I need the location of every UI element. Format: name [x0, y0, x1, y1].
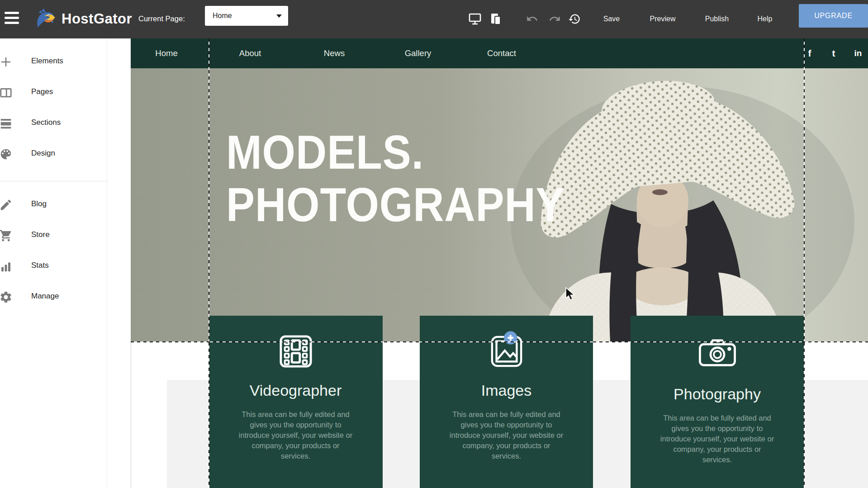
website-builder-screen: HostGator Current Page: Home: [0, 0, 868, 488]
sidebar-item-manage[interactable]: Manage: [0, 288, 107, 306]
chevron-down-icon: [276, 14, 282, 18]
sidebar-item-label: Manage: [31, 292, 59, 301]
selection-boundary-bottom: [131, 341, 868, 342]
palette-icon: [0, 147, 13, 161]
card-body: This area can be fully edited and gives …: [660, 413, 775, 465]
redo-icon[interactable]: [549, 13, 561, 25]
current-page-label: Current Page:: [138, 14, 185, 23]
editor-sidebar: Elements Pages Sections: [0, 38, 107, 488]
history-icon[interactable]: [568, 13, 581, 25]
sidebar-item-label: Stats: [31, 261, 49, 270]
site-nav-about[interactable]: About: [239, 38, 261, 68]
gear-icon: [0, 290, 13, 304]
sidebar-item-blog[interactable]: Blog: [0, 196, 107, 214]
undo-icon[interactable]: [526, 13, 539, 25]
sidebar-item-label: Pages: [31, 87, 53, 96]
camera-icon: [631, 335, 804, 373]
stats-icon: [0, 260, 13, 273]
site-nav-gallery[interactable]: Gallery: [405, 38, 432, 68]
hostgator-logo: HostGator: [34, 7, 132, 31]
save-button[interactable]: Save: [603, 15, 620, 23]
page-select-value: Home: [213, 6, 232, 26]
sidebar-item-label: Design: [31, 149, 55, 158]
hamburger-menu-icon[interactable]: [5, 12, 20, 26]
plus-icon: [0, 55, 13, 69]
site-nav-contact[interactable]: Contact: [487, 38, 516, 68]
hero-section[interactable]: MODELS. PHOTOGRAPHY: [131, 68, 868, 342]
sidebar-item-pages[interactable]: Pages: [0, 84, 107, 102]
sidebar-item-design[interactable]: Design: [0, 145, 107, 163]
site-nav-news[interactable]: News: [324, 38, 345, 68]
image-icon: [420, 335, 593, 369]
help-button[interactable]: Help: [758, 15, 773, 23]
sidebar-item-label: Blog: [31, 199, 47, 208]
hero-title-line2: PHOTOGRAPHY: [226, 179, 565, 231]
film-icon: [209, 335, 383, 369]
upgrade-button[interactable]: UPGRADE: [799, 4, 868, 28]
sidebar-item-elements[interactable]: Elements: [0, 53, 107, 71]
site-canvas: Home About News Gallery Contact f t in: [107, 38, 868, 488]
pencil-icon: [0, 198, 13, 212]
site-nav-home[interactable]: Home: [155, 38, 177, 68]
card-title: Videographer: [209, 382, 383, 399]
hero-title-line1: MODELS.: [226, 126, 565, 179]
pages-icon: [0, 86, 13, 99]
preview-button[interactable]: Preview: [650, 15, 676, 23]
page-select[interactable]: Home: [205, 6, 288, 26]
sidebar-item-label: Sections: [31, 118, 61, 127]
sidebar-item-sections[interactable]: Sections: [0, 114, 107, 133]
card-title: Photography: [631, 385, 804, 403]
selection-boundary-right: [804, 38, 805, 488]
editor-topbar: HostGator Current Page: Home: [0, 0, 868, 38]
page-left-edge: [131, 342, 131, 488]
selection-boundary-left: [209, 38, 209, 488]
add-image-badge-icon: [504, 331, 517, 344]
twitter-icon[interactable]: t: [832, 38, 835, 68]
mobile-view-icon[interactable]: [489, 13, 502, 25]
mouse-cursor: [565, 287, 577, 303]
desktop-view-icon[interactable]: [469, 13, 481, 25]
sections-icon: [0, 117, 13, 130]
hostgator-gator-icon: [34, 7, 58, 31]
publish-button[interactable]: Publish: [705, 15, 729, 23]
site-navbar[interactable]: Home About News Gallery Contact f t in: [131, 38, 868, 68]
facebook-icon[interactable]: f: [808, 38, 811, 68]
sidebar-item-stats[interactable]: Stats: [0, 257, 107, 275]
linkedin-icon[interactable]: in: [854, 38, 862, 68]
sidebar-item-label: Store: [31, 230, 50, 239]
brand-name: HostGator: [62, 11, 132, 27]
sidebar-divider: [0, 181, 107, 181]
card-title: Images: [420, 382, 593, 399]
sidebar-item-store[interactable]: Store: [0, 227, 107, 245]
card-body: This area can be fully edited and gives …: [449, 409, 564, 461]
cart-icon: [0, 229, 13, 242]
sidebar-item-label: Elements: [31, 57, 63, 66]
card-body: This area can be fully edited and gives …: [238, 409, 353, 461]
